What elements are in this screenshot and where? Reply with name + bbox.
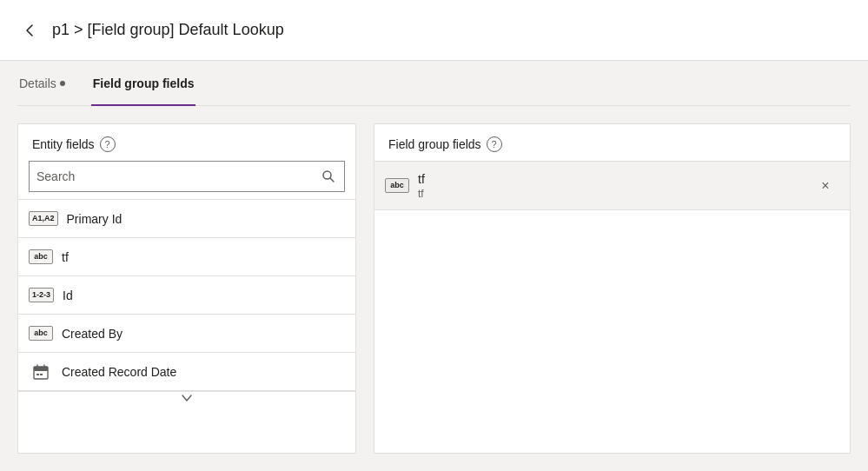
panels-area: Entity fields ? A1,A2 Primary I xyxy=(17,123,851,454)
fields-list-wrapper: A1,A2 Primary Id abc tf 1-2-3 Id xyxy=(18,199,355,453)
entity-fields-panel: Entity fields ? A1,A2 Primary I xyxy=(17,123,356,454)
field-name: Primary Id xyxy=(67,212,123,226)
page-title: p1 > [Field group] Default Lookup xyxy=(52,21,284,39)
fields-list: A1,A2 Primary Id abc tf 1-2-3 Id xyxy=(18,199,355,391)
svg-rect-6 xyxy=(36,374,39,375)
entity-fields-header: Entity fields ? xyxy=(18,124,355,161)
search-button[interactable] xyxy=(313,161,344,192)
field-type-badge: A1,A2 xyxy=(29,211,58,226)
svg-rect-3 xyxy=(34,367,48,371)
field-group-list-item: abc tf tf × xyxy=(374,162,850,210)
main-content: Details Field group fields Entity fields… xyxy=(0,61,868,471)
tab-details-label: Details xyxy=(19,76,56,90)
field-type-badge: abc xyxy=(29,249,53,264)
calendar-icon xyxy=(29,362,53,381)
back-button[interactable] xyxy=(17,18,42,43)
search-box xyxy=(29,161,345,192)
list-item[interactable]: Created Record Date xyxy=(18,353,355,391)
svg-rect-7 xyxy=(40,374,43,375)
field-name: tf xyxy=(62,250,69,264)
field-name: Created By xyxy=(62,327,123,341)
field-type-badge: 1-2-3 xyxy=(29,288,54,302)
field-group-fields-title: Field group fields xyxy=(388,137,481,151)
remove-field-button[interactable]: × xyxy=(812,172,839,200)
fg-item-sub: tf xyxy=(418,188,812,200)
fg-item-name: tf xyxy=(418,172,812,186)
tab-field-group-fields[interactable]: Field group fields xyxy=(91,61,196,106)
field-group-fields-panel: Field group fields ? abc tf tf × xyxy=(374,123,851,454)
svg-line-1 xyxy=(330,178,334,182)
field-group-fields-help-icon[interactable]: ? xyxy=(487,136,502,152)
list-item[interactable]: 1-2-3 Id xyxy=(18,276,355,315)
tab-field-group-fields-label: Field group fields xyxy=(93,76,195,90)
entity-fields-help-icon[interactable]: ? xyxy=(100,136,116,152)
field-type-badge: abc xyxy=(29,326,53,341)
tab-dot xyxy=(60,81,65,86)
scroll-down-arrow[interactable] xyxy=(18,391,355,403)
panel-divider xyxy=(356,123,374,454)
field-group-fields-header: Field group fields ? xyxy=(374,124,850,162)
fg-badge: abc xyxy=(385,178,409,193)
tabs-bar: Details Field group fields xyxy=(17,61,851,106)
search-input[interactable] xyxy=(30,169,313,183)
entity-fields-title: Entity fields xyxy=(32,137,95,151)
field-name: Created Record Date xyxy=(62,365,176,379)
page-header: p1 > [Field group] Default Lookup xyxy=(0,0,868,61)
list-item[interactable]: abc tf xyxy=(18,238,355,276)
list-item[interactable]: abc Created By xyxy=(18,315,355,353)
field-name: Id xyxy=(63,289,73,302)
fg-text: tf tf xyxy=(418,172,812,200)
tab-details[interactable]: Details xyxy=(17,61,70,106)
list-item[interactable]: A1,A2 Primary Id xyxy=(18,200,355,238)
